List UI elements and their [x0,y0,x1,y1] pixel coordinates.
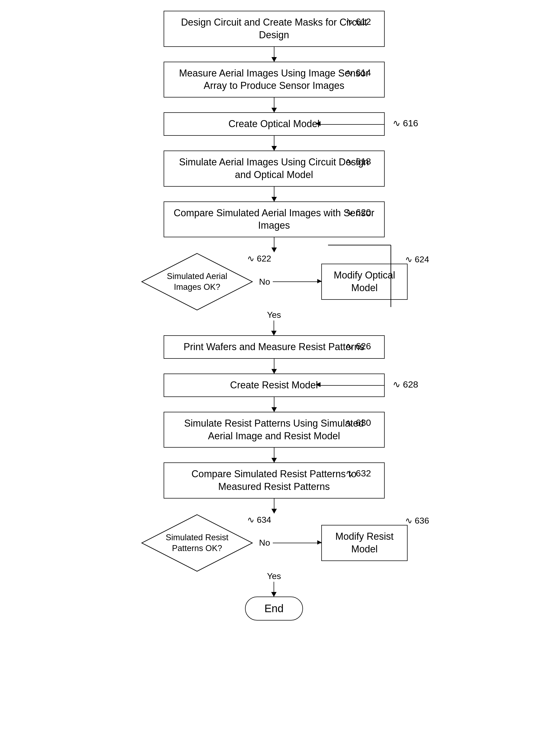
svg-marker-0 [316,121,321,126]
feedback-line-624 [364,228,365,269]
side-box-636-container: Modify Resist Model ∿ 636 [321,525,408,561]
end-text: End [264,602,284,614]
box-636: Modify Resist Model [321,525,408,561]
feedback-line-top-628 [320,385,385,386]
label-612: ∿ 612 [346,16,371,27]
box-612-text: Design Circuit and Create Masks for Circ… [181,17,367,40]
label-622: ∿ 622 [247,253,271,264]
box-636-text: Modify Resist Model [335,531,394,555]
diamond-row-622: Simulated Aerial Images OK? ∿ 622 No [99,252,449,311]
arrow-yes-634 [273,582,274,597]
arrow-yes-622 [273,320,274,335]
yes-label-622: Yes [267,310,281,320]
arrow-left-628 [316,382,321,387]
box-632-text: Compare Simulated Resist Patterns to Mea… [191,468,356,492]
arrow-9 [274,499,275,513]
diamond-634: Simulated Resist Patterns OK? ∿ 634 [140,513,253,573]
diamond-622: Simulated Aerial Images OK? ∿ 622 [140,252,253,311]
no-label: No [259,277,270,287]
yes-arrow-634: Yes [267,571,281,597]
arrow-right-622 [317,279,322,283]
arrow-right-634 [317,540,322,545]
label-620: ∿ 620 [346,207,371,218]
label-616: ∿ 616 [393,118,418,128]
label-634: ∿ 634 [247,515,271,525]
box-620-text: Compare Simulated Aerial Images with Sen… [173,207,374,231]
arrow-2 [274,97,275,112]
svg-marker-3 [316,382,321,387]
box-614-text: Measure Aerial Images Using Image Sensor… [179,68,369,91]
box-626-text: Print Wafers and Measure Resist Patterns [183,341,365,352]
label-630: ∿ 630 [346,417,371,428]
box-618-text: Simulate Aerial Images Using Circuit Des… [179,156,369,180]
label-624: ∿ 624 [405,254,429,264]
arrow-3 [274,136,275,151]
side-box-624-container: Modify Optical Model ∿ 624 [321,264,408,300]
arrow-7 [274,397,275,412]
svg-marker-2 [317,279,322,283]
arrow-6 [274,359,275,374]
feedback-line-top-616 [320,124,385,125]
label-632: ∿ 632 [346,468,371,479]
no-arrow-area: No [259,277,321,287]
label-618: ∿ 618 [346,156,371,167]
no-line-634 [273,543,321,543]
label-614: ∿ 614 [346,67,371,78]
box-630-text: Simulate Resist Patterns Using Simulated… [184,418,364,441]
arrow-left-616 [316,121,321,126]
diamond-622-text: Simulated Aerial Images OK? [163,271,231,293]
label-628: ∿ 628 [393,379,418,390]
label-636: ∿ 636 [405,515,429,526]
yes-arrow-622: Yes [267,310,281,335]
no-arrow-area-634: No [259,538,321,548]
box-624: Modify Optical Model [321,264,408,300]
box-624-text: Modify Optical Model [334,270,395,293]
no-label-634: No [259,538,270,548]
arrow-5 [274,237,275,252]
end-box: End [245,597,303,621]
arrow-8 [274,448,275,462]
box-616-text: Create Optical Model [228,118,320,129]
arrow-1 [274,47,275,62]
svg-marker-5 [317,540,322,545]
flowchart: Design Circuit and Create Masks for Circ… [85,11,463,621]
diamond-row-634: Simulated Resist Patterns OK? ∿ 634 No [99,513,449,573]
no-line [273,281,321,282]
arrow-4 [274,187,275,201]
label-626: ∿ 626 [346,341,371,351]
diamond-634-text: Simulated Resist Patterns OK? [163,532,231,554]
box-628-text: Create Resist Model [230,379,318,391]
yes-label-634: Yes [267,571,281,581]
